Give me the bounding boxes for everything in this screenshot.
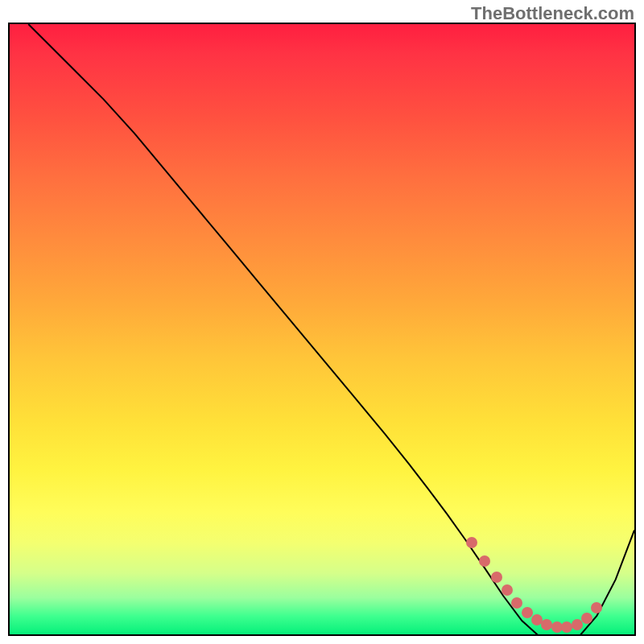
highlight-dot — [502, 584, 513, 596]
highlight-dot — [511, 597, 522, 609]
highlight-dot — [581, 613, 592, 624]
chart-area — [8, 23, 636, 636]
highlight-dot — [479, 555, 490, 567]
highlight-dot — [522, 607, 533, 618]
highlight-dot — [491, 572, 502, 583]
highlight-dot — [591, 602, 602, 613]
highlight-dot — [466, 537, 477, 548]
highlight-dot — [572, 619, 583, 630]
watermark-text: TheBottleneck.com — [471, 3, 634, 24]
chart-highlight-dots — [10, 24, 634, 634]
